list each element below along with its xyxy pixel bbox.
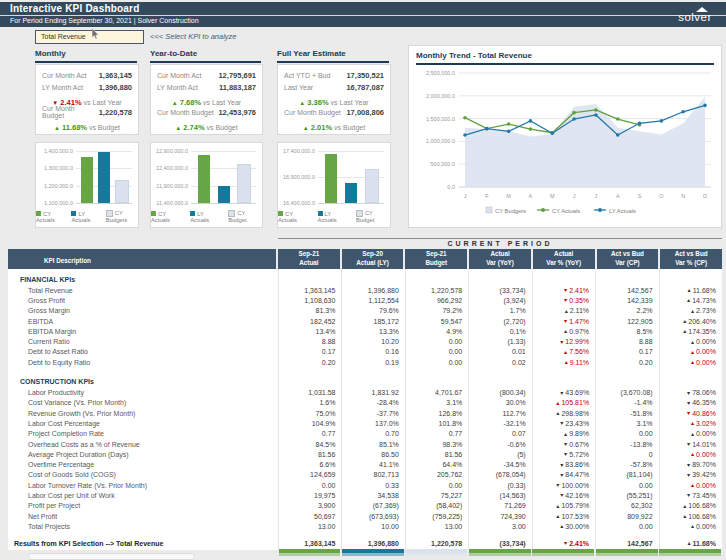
column-accent-bar-light: [342, 553, 404, 556]
table-cell: 1,396,880: [341, 285, 404, 295]
row-label: Gross Margin: [8, 306, 278, 316]
row-label: [8, 367, 278, 375]
table-cell: ▲105.81%: [532, 398, 595, 408]
panel-metric-row: Cur Month Budget1,220,578: [42, 106, 132, 118]
summary-panel-full-year-estimate: Act YTD + Bud17,350,521Last Year16,787,0…: [277, 64, 391, 135]
table-cell: ▲9.89%: [532, 429, 595, 439]
triangle-up-icon: ▲: [690, 482, 695, 488]
x-axis-tick-label: N: [681, 193, 685, 199]
table-cell: 185,172: [341, 316, 404, 326]
table-cell: 85.1%: [341, 439, 404, 449]
table-cell: [278, 273, 341, 285]
table-cell: 3.1%: [405, 398, 468, 408]
x-axis-tick-label: J: [595, 193, 598, 199]
variance-value: 2.73%: [696, 307, 716, 314]
table-cell: 142,339: [595, 295, 658, 305]
table-cell: [405, 273, 468, 285]
variance-value: 0.35%: [569, 297, 589, 304]
triangle-down-icon: ▼: [686, 441, 691, 447]
y-axis-tick-label: 1,000,000.0: [426, 138, 455, 144]
table-cell: 3,900: [278, 501, 341, 511]
table-cell: 84.5%: [278, 439, 341, 449]
table-cell: ▼14.01%: [659, 439, 722, 449]
variance-value: 206.40%: [688, 318, 716, 325]
variance-value: 9.11%: [570, 359, 589, 366]
triangle-up-icon: ▲: [690, 420, 695, 426]
metric-label: Cur Month Act: [157, 72, 201, 79]
column-accent-bar: [342, 549, 404, 553]
legend-swatch: [228, 210, 235, 217]
solver-logo: solver: [674, 7, 716, 25]
table-cell: 0.01: [468, 347, 531, 357]
chart-legend: CY ActualsLY ActualsCY Budget: [278, 210, 390, 223]
variance-value: 39.42%: [692, 471, 716, 478]
table-row: Overtime Percentage6.6%41.1%64.4%-34.5%▼…: [8, 459, 722, 469]
table-cell: 81.56: [278, 449, 341, 459]
column-header-actualvar-yoy: ActualVar (YoY): [469, 249, 531, 269]
table-cell: 0.00: [405, 357, 468, 367]
table-cell: 0.00: [595, 480, 658, 490]
data-marker: [529, 127, 533, 131]
table-cell: ▲2.11%: [532, 306, 595, 316]
table-cell: ▲3.02%: [659, 418, 722, 428]
table-row: Total Revenue1,363,1451,396,8801,220,578…: [8, 285, 722, 295]
table-cell: 0.17: [278, 347, 341, 357]
axis-tick-label: 1,300,000.0: [38, 165, 73, 171]
table-cell: (33,734): [468, 537, 531, 550]
data-marker: [529, 119, 533, 123]
table-row: Cost Variance (Vs. Prior Month)1.6%-28.4…: [8, 398, 722, 408]
data-marker: [681, 110, 685, 114]
row-label: Profit per Project: [8, 501, 278, 511]
section-header-row: CONSTRUCTION KPIs: [8, 375, 722, 387]
page-title: Interactive KPI Dashboard: [10, 3, 139, 14]
table-cell: [595, 273, 658, 285]
table-cell: 10.00: [341, 521, 404, 531]
table-row: Labor Cost per Unit of Work19,97534,5387…: [8, 490, 722, 500]
triangle-down-icon: ▼: [686, 390, 691, 396]
table-cell: 1,363,145: [278, 537, 341, 550]
column-accent-bar: [405, 549, 467, 553]
triangle-down-icon: ▼: [555, 482, 560, 488]
table-cell: -1.4%: [595, 398, 658, 408]
kpi-selector[interactable]: Total Revenue: [35, 30, 144, 44]
data-marker: [463, 133, 467, 137]
table-cell: 3.00: [468, 521, 531, 531]
scrollbar-thumb[interactable]: [28, 553, 195, 560]
table-cell: 0.1%: [468, 326, 531, 336]
variance-value: 14.01%: [692, 441, 716, 448]
panel-delta: ▲ 2.74% vs Budget: [157, 119, 256, 131]
table-cell: 0.77: [278, 429, 341, 439]
table-row: EBITDA Margin13.4%13.3%4.9%0.1%▲0.97%8.5…: [8, 326, 722, 336]
axis-tick-label: 12,900,000.0: [153, 148, 188, 154]
data-marker: [616, 117, 620, 121]
triangle-down-icon: ▼: [563, 318, 568, 324]
table-cell: [278, 375, 341, 387]
variance-value: 0.00%: [696, 359, 716, 366]
table-cell: ▲0.00%: [659, 429, 722, 439]
legend-item: LY Actuals: [190, 211, 221, 223]
table-cell: (67,369): [341, 501, 404, 511]
table-cell: 809,922: [595, 511, 658, 521]
trend-chart-svg: 2,500,000.02,000,000.01,500,000.01,000,0…: [413, 67, 719, 225]
triangle-down-icon: ▼: [563, 451, 568, 457]
table-cell: 0.33: [341, 480, 404, 490]
table-cell: 3.1%: [595, 418, 658, 428]
table-cell: 8.88: [278, 336, 341, 346]
current-period-header: CURRENT PERIOD: [278, 240, 722, 247]
table-row: Gross Margin81.3%79.6%79.2%1.7%▲2.11%2.2…: [8, 306, 722, 316]
mouse-cursor-icon: [92, 25, 101, 43]
table-cell: (2,720): [468, 316, 531, 326]
table-row: Current Ratio8.8810.200.00(1.33)▼12.99%8…: [8, 336, 722, 346]
table-cell: (81,104): [595, 470, 658, 480]
metric-value: 12,453,976: [218, 108, 256, 117]
axis-tick-label: 17,400,000.0: [280, 148, 315, 154]
row-label: Overhead Costs as a % of Revenue: [8, 439, 278, 449]
variance-value: 0.00%: [696, 338, 716, 345]
metric-value: 16,787,087: [346, 83, 384, 92]
summary-panel-year-to-date: Cur Month Act12,795,691LY Month Act11,88…: [150, 64, 263, 135]
variance-value: 106.68%: [688, 513, 716, 520]
mini-bar-chart-year-to-date: 12,900,000.012,400,000.011,900,000.011,4…: [150, 142, 263, 228]
table-cell: ▼84.47%: [532, 470, 595, 480]
triangle-down-icon: ▼: [559, 462, 564, 468]
table-cell: -51.8%: [595, 408, 658, 418]
